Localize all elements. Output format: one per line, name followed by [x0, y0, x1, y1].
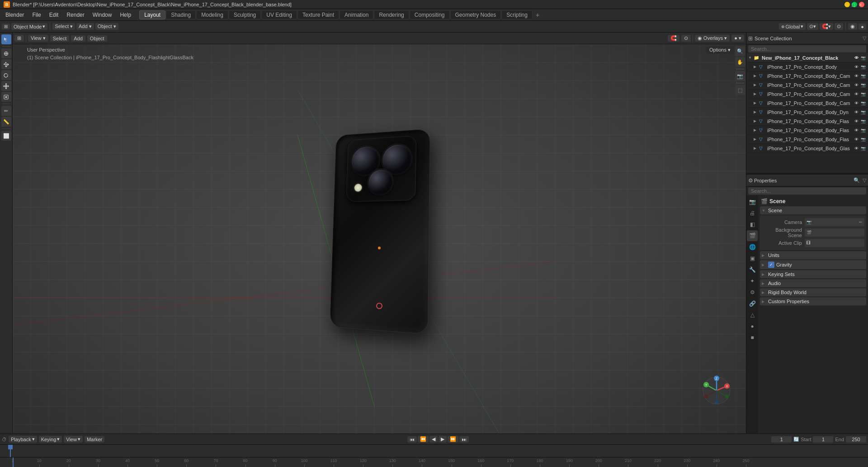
gravity-checkbox[interactable]: ✓	[768, 262, 774, 268]
props-tab-data[interactable]: △	[747, 310, 758, 320]
tool-move[interactable]	[1, 59, 11, 69]
eye-icon-5[interactable]: 👁	[853, 100, 859, 106]
prev-keyframe-btn[interactable]: ⏪	[418, 436, 429, 443]
tool-annotate[interactable]: ✏	[1, 106, 11, 116]
camera-input-btn[interactable]: ✏	[859, 220, 863, 224]
tab-texture-paint[interactable]: Texture Paint	[297, 10, 339, 19]
add-workspace-button[interactable]: +	[533, 10, 542, 19]
wireframe-btn[interactable]: ⬚	[735, 85, 745, 95]
proportional-btn[interactable]: ⊙	[681, 35, 691, 42]
eye-icon-3[interactable]: 👁	[853, 82, 859, 88]
tool-transform[interactable]	[1, 92, 11, 102]
units-header[interactable]: ▶ Units	[760, 251, 866, 259]
tab-layout[interactable]: Layout	[139, 10, 165, 19]
props-tab-texture[interactable]: ■	[747, 332, 758, 343]
minimize-button[interactable]: ─	[844, 2, 850, 7]
tab-uv-editing[interactable]: UV Editing	[261, 10, 297, 19]
eye-icon-10[interactable]: 👁	[853, 145, 859, 152]
audio-header[interactable]: ▶ Audio	[760, 279, 866, 287]
bg-scene-input[interactable]: 🎬	[805, 229, 864, 237]
properties-search-input[interactable]	[748, 187, 866, 195]
filter-icon[interactable]: ▽	[863, 35, 866, 41]
eye-icon-2[interactable]: 👁	[853, 73, 859, 79]
outliner-item-10[interactable]: ▶ ▽ iPhone_17_Pro_Concept_Body_Glas 👁 📷	[746, 144, 868, 153]
eye-icon-8[interactable]: 👁	[853, 127, 859, 133]
eye-icon-4[interactable]: 👁	[853, 91, 859, 97]
cam-icon-9[interactable]: 📷	[860, 136, 866, 143]
object-view-menu[interactable]: Object	[87, 35, 107, 42]
pivot-point[interactable]: ⊙▾	[807, 23, 818, 30]
tab-geometry-nodes[interactable]: Geometry Nodes	[450, 10, 501, 19]
outliner-item-6[interactable]: ▶ ▽ iPhone_17_Pro_Concept_Body_Dyn 👁 📷	[746, 108, 868, 117]
tool-select[interactable]	[1, 34, 11, 44]
outliner-item-3[interactable]: ▶ ▽ iPhone_17_Pro_Concept_Body_Cam 👁 📷	[746, 81, 868, 90]
eye-icon-6[interactable]: 👁	[853, 109, 859, 115]
tool-rotate[interactable]	[1, 70, 11, 80]
object-btn[interactable]: Object ▾	[95, 23, 118, 30]
global-transform[interactable]: ⊕ Global ▾	[779, 23, 806, 30]
tab-sculpting[interactable]: Sculpting	[229, 10, 261, 19]
close-button[interactable]: ×	[859, 2, 864, 7]
props-tab-physics[interactable]: ⚙	[747, 287, 758, 298]
tool-add-cube[interactable]: ⬜	[1, 131, 11, 141]
marker-menu[interactable]: Marker	[85, 436, 104, 443]
rigid-body-header[interactable]: ▶ Rigid Body World	[760, 288, 866, 296]
outliner-item-1[interactable]: ▶ ▽ iPhone_17_Pro_Concept_Body 👁 📷	[746, 62, 868, 71]
overlay-toggle[interactable]: ◉ Overlays ▾	[695, 35, 730, 42]
menu-edit[interactable]: Edit	[46, 11, 62, 19]
view-menu[interactable]: View ▾	[28, 35, 48, 42]
eye-icon-9[interactable]: 👁	[853, 136, 859, 143]
eye-icon-1[interactable]: 👁	[853, 64, 859, 70]
eye-icon[interactable]: 👁	[853, 55, 859, 61]
cam-icon-8[interactable]: 📷	[860, 127, 866, 133]
play-reverse-btn[interactable]: ◀	[429, 436, 438, 443]
render-icon[interactable]: 📷	[860, 55, 866, 61]
camera-input[interactable]: 📷 ✏	[805, 218, 864, 226]
keying-sets-header[interactable]: ▶ Keying Sets	[760, 270, 866, 278]
cam-icon-10[interactable]: 📷	[860, 145, 866, 152]
proportional-edit[interactable]: ⊙	[835, 23, 843, 30]
tab-animation[interactable]: Animation	[340, 10, 373, 19]
viewport-3d[interactable]: ⊞ View ▾ Select Add Object 🧲 ⊙ ◉ Overlay…	[13, 33, 746, 434]
axis-gizmo[interactable]: X Y Z	[701, 375, 732, 406]
cam-icon-3[interactable]: 📷	[860, 82, 866, 88]
props-tab-particles[interactable]: ✦	[747, 276, 758, 286]
snap-toggle[interactable]: 🧲▾	[820, 23, 833, 30]
props-filter-icon[interactable]: ▽	[863, 177, 866, 183]
cam-icon-4[interactable]: 📷	[860, 91, 866, 97]
props-tab-modifiers[interactable]: 🔧	[747, 264, 758, 275]
options-button[interactable]: Options ▾	[706, 46, 734, 54]
viewport-icon-btn[interactable]: ⊞	[2, 24, 10, 29]
tab-compositing[interactable]: Compositing	[410, 10, 450, 19]
scene-section-header[interactable]: ▼ Scene	[760, 206, 866, 214]
viewport-shading[interactable]: ●	[859, 24, 866, 30]
outliner-item-collection[interactable]: ▼ 📁 New_iPhone_17_Concept_Black 👁 📷	[746, 53, 868, 62]
props-tab-constraints[interactable]: 🔗	[747, 298, 758, 309]
cam-icon-5[interactable]: 📷	[860, 100, 866, 106]
tool-cursor[interactable]	[1, 48, 11, 58]
playback-menu[interactable]: Playback ▾	[9, 436, 37, 443]
window-controls[interactable]: ─ □ ×	[844, 2, 864, 7]
cam-icon-6[interactable]: 📷	[860, 109, 866, 115]
jump-start-btn[interactable]: ⏮	[407, 436, 417, 443]
timeline-body[interactable]	[0, 445, 868, 457]
current-frame-input[interactable]	[771, 436, 792, 443]
add-view-menu[interactable]: Add	[71, 35, 85, 42]
maximize-button[interactable]: □	[852, 2, 857, 7]
zoom-in-btn[interactable]: 🔍	[735, 46, 745, 56]
menu-window[interactable]: Window	[89, 11, 116, 19]
select-view-menu[interactable]: Select	[50, 35, 70, 42]
props-search-icon[interactable]: 🔍	[854, 177, 860, 183]
menu-render[interactable]: Render	[63, 11, 88, 19]
tab-rendering[interactable]: Rendering	[374, 10, 409, 19]
menu-file[interactable]: File	[28, 11, 44, 19]
tab-modeling[interactable]: Modeling	[196, 10, 228, 19]
add-btn[interactable]: Add ▾	[76, 23, 94, 30]
outliner-search-input[interactable]	[748, 45, 866, 52]
props-tab-object[interactable]: ▣	[747, 253, 758, 264]
mode-selector[interactable]: Object Mode ▾	[11, 23, 47, 30]
eye-icon-7[interactable]: 👁	[853, 118, 859, 124]
next-keyframe-btn[interactable]: ⏩	[448, 436, 458, 443]
outliner-item-4[interactable]: ▶ ▽ iPhone_17_Pro_Concept_Body_Cam 👁 📷	[746, 90, 868, 99]
snap-btn[interactable]: 🧲	[668, 35, 679, 42]
